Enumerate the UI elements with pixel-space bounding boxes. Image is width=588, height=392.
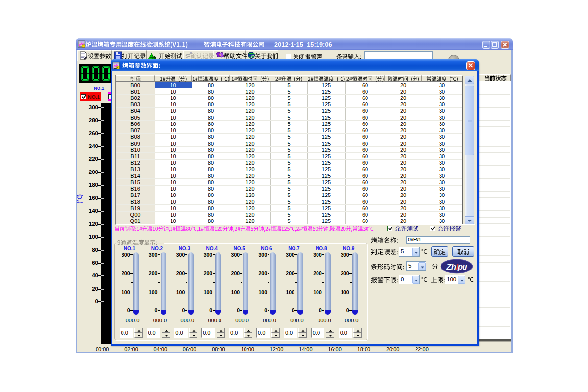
svg-text:Zhipu: Zhipu	[446, 262, 467, 271]
svg-text:?: ?	[219, 53, 221, 58]
